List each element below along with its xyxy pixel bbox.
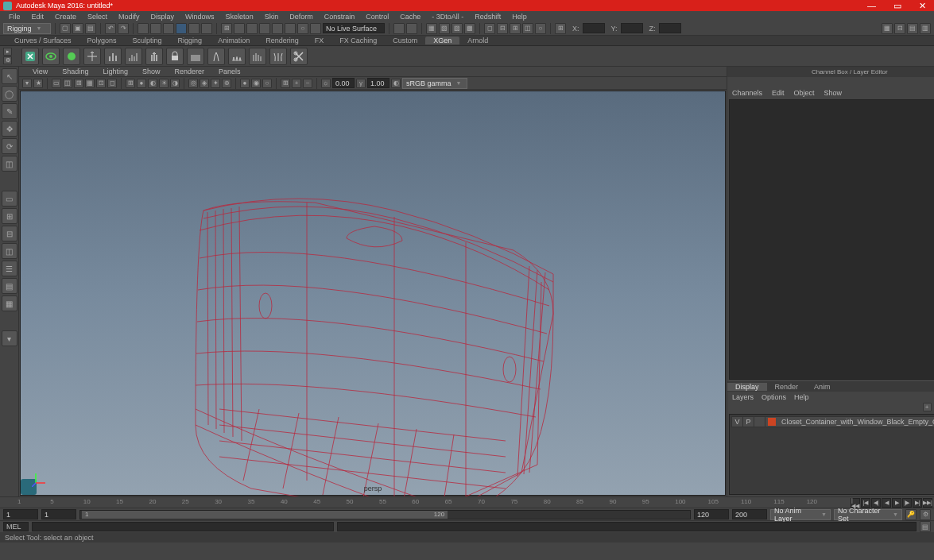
gamma-icon[interactable]: γ [356, 79, 366, 88]
redo-icon[interactable]: ↷ [118, 23, 129, 34]
shelf-edit-icon[interactable]: ⚙ [3, 56, 12, 64]
layer-color-swatch[interactable] [768, 418, 776, 426]
step-back-key-icon[interactable]: |◀ [861, 498, 870, 508]
save-scene-icon[interactable]: ▤ [85, 23, 96, 34]
snap-grid-icon[interactable]: ⊞ [221, 23, 232, 34]
coord-x-field[interactable] [583, 23, 605, 33]
make-live-icon[interactable] [310, 23, 321, 34]
range-track[interactable]: 1 120 [79, 510, 691, 519]
shelf-tab-polygons[interactable]: Polygons [79, 37, 125, 44]
layer-tab-display[interactable]: Display [727, 383, 767, 391]
view-transform-icon[interactable]: ◐ [391, 79, 401, 88]
play-forward-icon[interactable]: ▶ [892, 498, 901, 508]
panel-menu-shading[interactable]: Shading [55, 68, 95, 75]
toggle-channel-icon[interactable]: ▤ [907, 23, 918, 34]
film-gate-icon[interactable]: ◫ [63, 79, 72, 88]
layer-tab-render[interactable]: Render [767, 383, 807, 391]
layer-tab-anim[interactable]: Anim [806, 383, 839, 391]
xgen-length-icon[interactable] [125, 48, 142, 65]
time-slider[interactable]: 1510152025303540455055606570758085909510… [0, 496, 934, 508]
menu-skeleton[interactable]: Skeleton [220, 13, 259, 21]
snap-center-icon[interactable] [259, 23, 270, 34]
menu-help[interactable]: Help [506, 13, 533, 21]
menu-control[interactable]: Control [360, 13, 394, 21]
image-plane-icon[interactable]: ▭ [52, 79, 61, 88]
exposure-icon[interactable]: ☼ [321, 79, 331, 88]
gamma-field[interactable]: 1.00 [367, 78, 389, 88]
xgen-density-icon[interactable] [104, 48, 122, 65]
layer-new-icon[interactable]: + [923, 403, 932, 411]
ipr-icon[interactable]: ▨ [451, 23, 463, 34]
playback-prefs-icon[interactable]: ⚙ [920, 509, 931, 520]
smooth-shade-icon[interactable]: ● [137, 79, 146, 88]
xray-joints-icon[interactable]: ✦ [211, 79, 220, 88]
panel-menu-lighting[interactable]: Lighting [95, 68, 135, 75]
isolate-icon[interactable]: ◎ [188, 79, 198, 88]
play-back-icon[interactable]: ◀ [882, 498, 891, 508]
scale-tool[interactable]: ◫ [2, 156, 17, 172]
paint-select-icon[interactable] [163, 23, 174, 34]
xgen-part-icon[interactable] [269, 48, 287, 65]
snap-curve-icon[interactable] [234, 23, 245, 34]
shelf-tab-toggle-icon[interactable]: ▸ [3, 48, 12, 56]
shelf-tab-rendering[interactable]: Rendering [258, 37, 307, 44]
toggle-toolbox-icon[interactable]: ▦ [882, 23, 893, 34]
layer-name[interactable]: Closet_Container_with_Window_Black_Empty… [778, 418, 934, 426]
viewport2-icon[interactable]: ○ [262, 79, 272, 88]
minimize-button[interactable]: — [862, 1, 881, 11]
xgen-sphere-icon[interactable] [63, 48, 80, 65]
snap-live-icon[interactable] [285, 23, 296, 34]
range-inner-start-field[interactable]: 1 [41, 509, 76, 519]
xgen-smooth-icon[interactable] [249, 48, 266, 65]
select-object-icon[interactable] [188, 23, 200, 34]
resolution-gate-icon[interactable]: ⊞ [74, 79, 83, 88]
history-icon[interactable] [393, 23, 405, 34]
menu-constrain[interactable]: Constrain [319, 13, 361, 21]
xgen-cut-icon[interactable] [290, 48, 308, 65]
wireframe-icon[interactable]: ⊞ [126, 79, 135, 88]
move-tool[interactable]: ✥ [2, 121, 17, 137]
layer-playback-toggle[interactable]: P [743, 417, 754, 427]
xgen-noise-icon[interactable] [228, 48, 246, 65]
layer-type-cell[interactable] [754, 417, 765, 427]
go-end-icon[interactable]: ▶▶| [923, 498, 932, 508]
four-pane-icon[interactable]: ⊞ [2, 208, 17, 224]
motion-trail-icon[interactable]: ~ [303, 79, 312, 88]
safe-action-icon[interactable]: ◻ [107, 79, 117, 88]
film-origin-icon[interactable]: + [292, 79, 301, 88]
xgen-delete-icon[interactable] [21, 48, 39, 65]
menu-create[interactable]: Create [49, 13, 82, 21]
channel-menu-object[interactable]: Object [794, 89, 815, 97]
snap-point-icon[interactable] [246, 23, 258, 34]
field-chart-icon[interactable]: ⊡ [96, 79, 106, 88]
toggle-panel-icon[interactable]: ▥ [920, 23, 931, 34]
two-pane-h-icon[interactable]: ⊟ [2, 226, 17, 241]
extra-tool-icon[interactable]: ▾ [2, 330, 17, 346]
xgen-width-icon[interactable] [145, 48, 163, 65]
menu-modify[interactable]: Modify [113, 13, 145, 21]
menu-cache[interactable]: Cache [394, 13, 426, 21]
shelf-tab-fxcaching[interactable]: FX Caching [331, 37, 385, 44]
render-view-icon[interactable]: ▦ [426, 23, 437, 34]
menu-select[interactable]: Select [82, 13, 113, 21]
range-handle[interactable]: 1 120 [82, 511, 448, 519]
coord-z-field[interactable] [659, 23, 681, 33]
command-input[interactable] [32, 522, 334, 531]
paint-tool[interactable]: ✎ [2, 103, 17, 119]
shelf-tab-sculpting[interactable]: Sculpting [125, 37, 170, 44]
layer-item[interactable]: V P Closet_Container_with_Window_Black_E… [731, 416, 934, 427]
menu-display[interactable]: Display [145, 13, 180, 21]
xgen-lock-icon[interactable] [166, 48, 184, 65]
panel-layout1-icon[interactable]: ◻ [484, 23, 495, 34]
viewport[interactable]: persp [20, 91, 726, 496]
menu-skin[interactable]: Skin [259, 13, 285, 21]
select-component-icon[interactable] [201, 23, 212, 34]
module-dropdown[interactable]: Rigging▼ [3, 23, 51, 34]
lasso-icon[interactable] [150, 23, 161, 34]
grid-display-icon[interactable]: ⊞ [281, 79, 290, 88]
panel-menu-show[interactable]: Show [135, 68, 168, 75]
undo-icon[interactable]: ↶ [105, 23, 116, 34]
layer-menu-layers[interactable]: Layers [732, 393, 754, 401]
xgen-move-icon[interactable] [83, 48, 101, 65]
range-end-field[interactable]: 200 [732, 509, 767, 519]
